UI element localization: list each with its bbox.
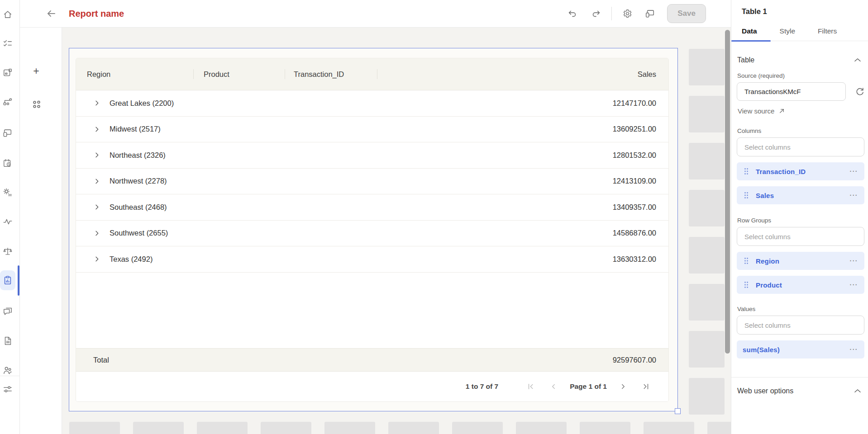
workflow-icon[interactable] — [1, 96, 14, 108]
panel-tabs: Data Style Filters — [731, 16, 868, 41]
table-row[interactable]: Southwest (2655) 14586876.00 — [76, 221, 668, 247]
row-group-label: Great Lakes (2200) — [110, 99, 174, 108]
devices-icon[interactable] — [1, 127, 14, 139]
save-button[interactable]: Save — [667, 4, 706, 23]
settings-gear-icon[interactable] — [622, 8, 633, 19]
add-widget-button[interactable]: + — [29, 64, 43, 78]
chat-icon[interactable] — [1, 305, 14, 317]
skeleton-block — [580, 422, 630, 434]
more-icon[interactable]: ··· — [850, 192, 858, 199]
row-group-label: Northeast (2326) — [110, 151, 166, 160]
last-page-icon[interactable] — [641, 382, 650, 391]
source-input[interactable]: TransactionsKMcF — [737, 82, 846, 101]
row-group-chip-product[interactable]: Product ··· — [737, 276, 864, 294]
scale-balance-icon[interactable] — [1, 245, 14, 258]
gear-list-icon[interactable] — [1, 186, 14, 199]
next-page-icon[interactable] — [619, 382, 628, 391]
pagination-page-label: Page 1 of 1 — [570, 382, 607, 391]
expand-chevron-icon[interactable] — [93, 126, 100, 133]
drag-handle-icon[interactable] — [744, 192, 749, 198]
column-header-sales[interactable]: Sales — [377, 58, 668, 90]
expand-chevron-icon[interactable] — [93, 255, 100, 263]
columns-select-input[interactable]: Select columns — [737, 137, 864, 156]
active-tab-indicator — [731, 40, 771, 42]
row-sales-value: 12147170.00 — [613, 99, 668, 108]
table-empty-area — [76, 273, 668, 349]
sliders-icon[interactable] — [1, 383, 14, 396]
values-select-input[interactable]: Select columns — [737, 316, 864, 335]
document-icon[interactable] — [1, 335, 14, 347]
vertical-scrollbar[interactable] — [725, 30, 730, 354]
table-row[interactable]: Northwest (2278) 12413109.00 — [76, 169, 668, 195]
component-grid-icon[interactable] — [30, 98, 43, 111]
skeleton-block — [452, 422, 503, 434]
skeleton-block — [197, 422, 248, 434]
skeleton-block — [689, 378, 725, 415]
chevron-up-icon[interactable] — [854, 387, 862, 395]
column-header-product[interactable]: Product — [194, 58, 285, 90]
back-button[interactable] — [45, 8, 57, 19]
table-total-row: Total 92597607.00 — [76, 348, 668, 372]
drag-handle-icon[interactable] — [744, 168, 749, 175]
skeleton-block — [133, 422, 184, 434]
toolbar-divider — [611, 7, 612, 20]
chevron-up-icon[interactable] — [854, 56, 862, 64]
expand-chevron-icon[interactable] — [93, 203, 100, 211]
column-header-region[interactable]: Region — [76, 58, 193, 90]
card-report-icon[interactable] — [1, 66, 14, 79]
redo-icon[interactable] — [591, 8, 601, 19]
values-label: Values — [731, 294, 868, 312]
undo-icon[interactable] — [567, 8, 578, 19]
skeleton-block — [388, 422, 439, 434]
table-row[interactable]: Northeast (2326) 12801532.00 — [76, 142, 668, 169]
web-user-options-header: Web user options — [731, 377, 868, 395]
row-sales-value: 14586876.00 — [613, 229, 668, 237]
first-page-icon[interactable] — [526, 382, 535, 391]
clipboard-chart-icon[interactable] — [0, 270, 15, 290]
widget-skeleton-column — [689, 49, 725, 415]
table-header-row: Region Product Transaction_ID Sales — [76, 58, 668, 90]
tab-filters[interactable]: Filters — [818, 27, 837, 35]
previous-page-icon[interactable] — [549, 382, 558, 391]
table-row[interactable]: Great Lakes (2200) 12147170.00 — [76, 90, 668, 117]
column-chip-transaction-id[interactable]: Transaction_ID ··· — [737, 162, 864, 180]
more-icon[interactable]: ··· — [850, 168, 858, 175]
chip-label: Product — [756, 281, 782, 289]
more-icon[interactable]: ··· — [850, 346, 858, 353]
column-header-transaction-id[interactable]: Transaction_ID — [285, 58, 377, 90]
report-canvas: Region Product Transaction_ID Sales Grea… — [62, 28, 731, 434]
table-row[interactable]: Midwest (2517) 13609251.00 — [76, 117, 668, 143]
skeleton-block — [689, 331, 725, 368]
drag-handle-icon[interactable] — [744, 282, 749, 288]
skeleton-block — [689, 284, 725, 321]
primary-sidebar — [0, 0, 20, 434]
expand-chevron-icon[interactable] — [93, 230, 100, 237]
skeleton-block — [261, 422, 311, 434]
tab-data[interactable]: Data — [742, 27, 757, 35]
widget-resize-handle[interactable] — [675, 408, 681, 414]
tab-style[interactable]: Style — [780, 27, 795, 35]
activity-pulse-icon[interactable] — [1, 215, 14, 228]
drag-handle-icon[interactable] — [744, 258, 749, 264]
row-groups-select-input[interactable]: Select columns — [737, 227, 864, 246]
refresh-icon[interactable] — [855, 87, 865, 97]
expand-chevron-icon[interactable] — [93, 151, 100, 159]
users-icon[interactable] — [1, 364, 14, 377]
table-row[interactable]: Texas (2492) 13630312.00 — [76, 246, 668, 273]
calendar-clock-icon[interactable] — [1, 157, 14, 170]
checklist-icon[interactable] — [1, 37, 14, 50]
row-group-label: Texas (2492) — [110, 255, 153, 264]
expand-chevron-icon[interactable] — [93, 178, 100, 185]
row-group-chip-region[interactable]: Region ··· — [737, 252, 864, 270]
view-source-link[interactable]: View source — [731, 101, 785, 115]
table-row[interactable]: Southeast (2468) 13409357.00 — [76, 194, 668, 221]
more-icon[interactable]: ··· — [850, 257, 858, 264]
column-chip-sales[interactable]: Sales ··· — [737, 186, 864, 204]
device-preview-icon[interactable] — [644, 8, 655, 19]
home-icon[interactable] — [1, 8, 14, 21]
expand-chevron-icon[interactable] — [93, 99, 100, 107]
more-icon[interactable]: ··· — [850, 281, 858, 288]
properties-panel: Table 1 Data Style Filters Table Source … — [731, 0, 868, 434]
value-chip-sum-sales[interactable]: sum(Sales) ··· — [737, 340, 864, 359]
selected-table-widget[interactable]: Region Product Transaction_ID Sales Grea… — [69, 48, 678, 411]
